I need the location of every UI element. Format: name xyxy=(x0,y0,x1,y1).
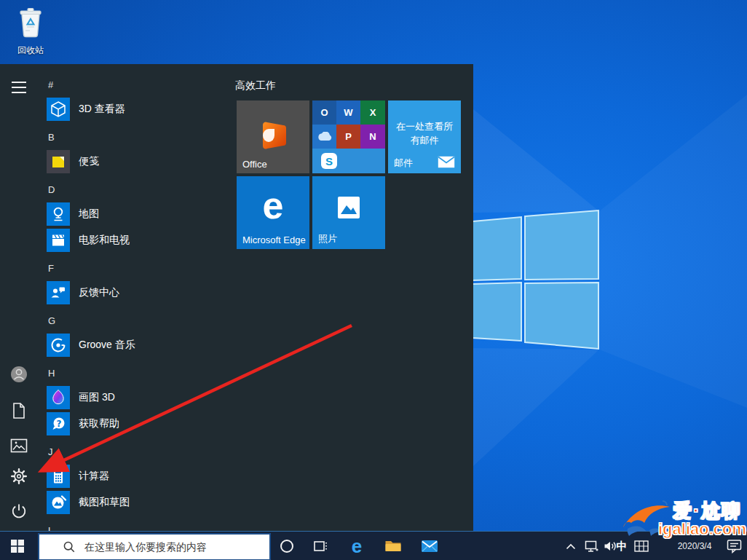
app-section-letter[interactable]: L xyxy=(48,525,53,531)
tile-microsoft-edge[interactable]: e Microsoft Edge xyxy=(237,176,309,249)
recycle-bin[interactable]: 回收站 xyxy=(7,4,54,57)
edge-taskbar-button[interactable]: e xyxy=(344,532,370,560)
app-item-movies-tv[interactable]: 电影和电视 xyxy=(47,229,229,252)
mail-taskbar-button[interactable] xyxy=(416,532,443,560)
network-icon xyxy=(585,540,598,553)
cortana-button[interactable] xyxy=(274,532,300,560)
app-item-calculator[interactable]: 计算器 xyxy=(47,465,229,488)
pictures-icon xyxy=(10,438,28,453)
tile-office-suite[interactable]: O W X P N S xyxy=(312,100,385,173)
edge-icon: e xyxy=(352,537,362,556)
onedrive-icon xyxy=(312,125,336,149)
documents-button[interactable] xyxy=(9,401,29,421)
tray-show-hidden-button[interactable] xyxy=(562,532,580,560)
groove-music-icon xyxy=(47,334,70,357)
task-view-icon xyxy=(312,539,328,553)
recycle-bin-icon xyxy=(14,4,47,41)
action-center-button[interactable] xyxy=(722,532,746,560)
network-tray-button[interactable] xyxy=(581,532,601,560)
app-label: 便笺 xyxy=(79,155,99,168)
mail-envelope-icon xyxy=(438,156,455,168)
user-avatar-icon xyxy=(9,365,28,384)
file-explorer-icon xyxy=(384,539,402,553)
outlook-icon: O xyxy=(312,100,336,125)
action-center-icon xyxy=(727,539,742,553)
3d-viewer-icon xyxy=(47,98,70,121)
app-label: 3D 查看器 xyxy=(79,103,125,116)
start-menu-expand-button[interactable] xyxy=(9,77,29,98)
windows-start-icon xyxy=(11,540,24,553)
start-button[interactable] xyxy=(4,532,31,560)
app-label: 画图 3D xyxy=(79,391,115,404)
app-section-letter[interactable]: H xyxy=(48,368,55,379)
tile-photos-label: 照片 xyxy=(318,232,337,245)
tile-office[interactable]: Office xyxy=(237,100,309,173)
edge-logo-icon: e xyxy=(237,184,309,227)
app-item-maps[interactable]: 地图 xyxy=(47,202,229,226)
document-icon xyxy=(11,402,27,419)
paint-3d-icon xyxy=(47,386,70,409)
app-label: 截图和草图 xyxy=(79,496,130,509)
app-item-sticky-notes[interactable]: 便笺 xyxy=(47,150,229,173)
app-section-letter[interactable]: B xyxy=(48,132,55,143)
ime-indicator: 中 xyxy=(617,540,628,553)
office-logo-icon xyxy=(258,119,290,151)
app-section-letter[interactable]: F xyxy=(48,263,54,274)
feedback-hub-icon xyxy=(47,281,70,304)
file-explorer-button[interactable] xyxy=(380,532,406,560)
onenote-icon: N xyxy=(360,125,385,149)
app-label: 电影和电视 xyxy=(79,234,130,247)
start-menu: # 3D 查看器 B 便笺 D 地图 电影和电视 xyxy=(0,64,473,531)
settings-button[interactable] xyxy=(9,466,29,486)
keyboard-icon xyxy=(634,540,649,552)
search-input[interactable] xyxy=(83,540,269,553)
taskbar-search-box[interactable] xyxy=(38,533,271,560)
app-item-groove-music[interactable]: Groove 音乐 xyxy=(47,334,229,357)
get-help-icon: ? xyxy=(47,412,70,435)
word-icon: W xyxy=(336,100,360,125)
app-section-letter[interactable]: J xyxy=(48,446,53,457)
app-section-letter[interactable]: D xyxy=(48,184,55,195)
app-label: 反馈中心 xyxy=(79,286,119,299)
app-label: 地图 xyxy=(79,208,99,221)
app-item-paint-3d[interactable]: 画图 3D xyxy=(47,386,229,409)
app-item-snip-sketch[interactable]: 截图和草图 xyxy=(47,491,229,514)
power-button[interactable] xyxy=(9,501,29,521)
touch-keyboard-button[interactable] xyxy=(631,532,652,560)
app-label: Groove 音乐 xyxy=(79,339,135,352)
tile-group-title[interactable]: 高效工作 xyxy=(235,79,276,92)
recycle-bin-label: 回收站 xyxy=(7,44,54,57)
cortana-icon xyxy=(280,539,294,553)
clock-date-button[interactable]: 2020/3/4 xyxy=(667,532,722,560)
photos-icon xyxy=(336,195,361,220)
excel-icon: X xyxy=(360,100,385,125)
tile-photos[interactable]: 照片 xyxy=(312,176,385,249)
app-label: 获取帮助 xyxy=(79,417,119,430)
app-item-3d-viewer[interactable]: 3D 查看器 xyxy=(47,98,229,121)
calculator-icon xyxy=(47,465,70,488)
tray-date: 2020/3/4 xyxy=(678,532,712,560)
maps-icon xyxy=(47,202,70,226)
hamburger-icon xyxy=(11,81,27,94)
app-label: 计算器 xyxy=(79,470,109,483)
tile-mail[interactable]: 在一处查看所有邮件 邮件 xyxy=(388,100,461,173)
pictures-button[interactable] xyxy=(9,435,29,456)
movies-tv-icon xyxy=(47,229,70,252)
app-section-letter[interactable]: G xyxy=(48,315,55,326)
powerpoint-icon: P xyxy=(336,125,360,149)
sticky-notes-icon xyxy=(47,150,70,173)
taskbar: e 中 xyxy=(0,531,747,560)
settings-gear-icon xyxy=(9,467,28,486)
ime-mode-button[interactable]: 中 xyxy=(612,532,632,560)
skype-icon: S xyxy=(321,153,337,169)
mail-tile-headline: 在一处查看所有邮件 xyxy=(388,119,461,147)
app-item-get-help[interactable]: ? 获取帮助 xyxy=(47,412,229,435)
app-section-letter[interactable]: # xyxy=(48,79,53,90)
user-account-button[interactable] xyxy=(9,364,29,384)
search-icon xyxy=(63,540,76,553)
task-view-button[interactable] xyxy=(307,532,333,560)
svg-text:?: ? xyxy=(57,419,62,429)
app-item-feedback-hub[interactable]: 反馈中心 xyxy=(47,281,229,304)
snip-sketch-icon xyxy=(47,491,70,514)
tile-mail-label: 邮件 xyxy=(394,157,413,170)
